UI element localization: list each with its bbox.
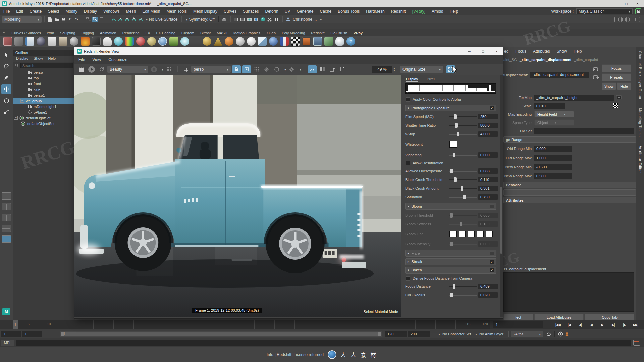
select-component-icon[interactable] [99, 17, 105, 22]
black-crush-threshold-field[interactable]: 0.110 [478, 177, 498, 182]
menu-arnold[interactable]: Arnold [432, 9, 443, 14]
shelf-tab-redshift[interactable]: Redshift [311, 31, 324, 35]
camera-dropdown[interactable]: persp ▾ [191, 66, 231, 73]
tab-pixel[interactable]: Pixel [427, 77, 435, 82]
paint-select-tool-icon[interactable] [1, 73, 11, 82]
auto-keyframe-icon[interactable] [564, 331, 570, 337]
outliner-item-persp1[interactable]: persp1 [13, 92, 75, 98]
menu-deform[interactable]: Deform [265, 9, 278, 14]
select-hierarchy-icon[interactable] [86, 17, 92, 22]
construction-history-icon[interactable] [221, 17, 227, 22]
tab-channel-box[interactable]: Channel Box / Layer Editor [638, 51, 642, 99]
command-language-button[interactable]: MEL [1, 340, 14, 346]
shelf-icon-sphere-sand[interactable] [147, 37, 156, 46]
shelf-icon-plane-gray[interactable] [14, 37, 23, 46]
saturation-field[interactable]: 0.750 [478, 194, 498, 200]
saturation-slider[interactable] [449, 195, 477, 199]
toon-shader-icon[interactable] [260, 17, 266, 22]
step-back-frame-button[interactable]: ◀| [575, 321, 585, 329]
shelf-icon-cloud[interactable] [335, 37, 344, 46]
copy-tab-button[interactable]: Copy Tab [585, 314, 634, 320]
tab-attribute-editor[interactable]: Attribute Editor [638, 146, 642, 173]
shelf-tab-rendering[interactable]: Rendering [122, 31, 140, 35]
bloom-softness-slider[interactable] [449, 222, 477, 226]
ipr-toggle-icon[interactable] [308, 65, 317, 73]
bloom-tint-swatch[interactable] [477, 231, 484, 237]
shelf-tab-sculpting[interactable]: Sculpting [60, 31, 75, 35]
scale-tool-icon[interactable] [1, 107, 11, 117]
zoom-stepper[interactable]: ▲▼ [393, 67, 395, 72]
menu-create[interactable]: Create [30, 9, 42, 14]
menu-redshift[interactable]: Redshift [391, 9, 406, 14]
tab-modeling-toolkit[interactable]: Modeling Toolkit [638, 108, 642, 137]
open-scene-icon[interactable] [54, 17, 60, 22]
compare-ab-icon[interactable] [318, 65, 327, 73]
layout-outliner-persp-button[interactable] [2, 235, 11, 243]
shelf-tab-animation[interactable]: Animation [100, 31, 116, 35]
select-button[interactable]: lect [503, 314, 533, 320]
bloom-section[interactable]: ▾ Bloom [405, 203, 496, 210]
cut-icon[interactable] [267, 17, 273, 22]
shelf-icon-sphere-dark[interactable] [37, 37, 45, 46]
shelf-icon-plane-red[interactable] [3, 37, 12, 46]
layout-two-pane-stack-button[interactable] [2, 225, 11, 232]
black-crush-threshold-slider[interactable] [449, 177, 477, 182]
film-speed-field[interactable]: 250 [478, 114, 498, 119]
maximize-icon[interactable]: □ [625, 1, 628, 6]
shelf-tab-vray[interactable]: VRay [354, 31, 363, 35]
shelf-tab-fx[interactable]: FX [146, 31, 150, 35]
bloom-tint-swatch[interactable] [459, 231, 466, 237]
menu-display[interactable]: Display [84, 9, 97, 14]
shelf-icon-checker[interactable] [291, 37, 300, 46]
ae-menu-help[interactable]: Help [574, 49, 582, 54]
shelf-tab-xgen[interactable]: XGen [266, 31, 276, 35]
shelf-tab-fx-caching[interactable]: FX Caching [156, 31, 175, 35]
presets-button[interactable]: Presets [602, 73, 631, 81]
save-scene-icon[interactable] [60, 17, 66, 22]
alpha-checkbox[interactable] [406, 97, 410, 102]
menu-mesh-tools[interactable]: Mesh Tools [167, 9, 187, 14]
outliner-item-pplane1[interactable]: pPlane1 [13, 109, 75, 115]
new-scene-icon[interactable] [47, 17, 53, 22]
bloom-intensity-field[interactable]: 0.000 [478, 241, 498, 247]
playback-end-field[interactable]: 120 [385, 331, 407, 337]
menu-curves[interactable]: Curves [224, 9, 236, 14]
crop-icon[interactable] [181, 65, 190, 73]
streak-checkbox[interactable]: ✓ [490, 260, 494, 264]
ae-menu-list-selected[interactable]: ed [504, 49, 508, 54]
lock-camera-icon[interactable] [232, 65, 241, 73]
toggle-outliner-icon[interactable] [635, 17, 640, 22]
go-to-end-button[interactable]: ▶▶| [630, 321, 641, 329]
aov-dropdown[interactable]: Beauty ▾ [107, 66, 148, 73]
shutter-slider[interactable] [449, 123, 477, 128]
workspace-lock-icon[interactable] [635, 8, 641, 14]
animation-preferences-icon[interactable] [557, 331, 564, 337]
outliner-item-rsdomelight1[interactable]: rsDomeLight1 [13, 104, 75, 109]
menu-vray[interactable]: [V-Ray] [412, 9, 425, 14]
old-range-min-field[interactable]: 0.000 [534, 146, 572, 152]
grid-icon[interactable] [165, 65, 173, 73]
shelf-icon-people[interactable] [59, 37, 67, 46]
ae-menu-show[interactable]: Show [557, 49, 567, 54]
redo-icon[interactable]: ↷ [74, 17, 80, 22]
live-surface-label[interactable]: No Live Surface [149, 17, 177, 22]
black-crush-amount-slider[interactable] [449, 186, 477, 191]
map-encoding-dropdown[interactable]: Height Field▾ [534, 111, 574, 117]
bucket-grid-icon[interactable] [252, 65, 261, 73]
film-speed-slider[interactable] [449, 114, 477, 119]
shelf-icon-snowflake[interactable] [180, 37, 189, 46]
rv-menu-file[interactable]: File [78, 57, 85, 62]
fps-dropdown[interactable]: 24 fps ▾ [511, 331, 543, 337]
shelf-icon-screen-orange[interactable] [302, 37, 311, 46]
snowflake-icon[interactable] [262, 65, 271, 73]
scale-field[interactable]: 0.010 [534, 103, 565, 109]
snap-point-icon[interactable] [124, 17, 130, 22]
move-tool-icon[interactable] [1, 84, 11, 94]
select-tool-icon[interactable] [1, 50, 11, 60]
sync-render-icon[interactable] [242, 65, 251, 73]
menu-select[interactable]: Select [48, 9, 59, 14]
outliner-item-top[interactable]: top [13, 75, 75, 81]
time-slider-ruler[interactable]: 1 5 10 115 120 [13, 320, 490, 329]
shelf-icon-sphere-gray[interactable] [70, 37, 78, 46]
bloom-tint-swatch[interactable] [468, 231, 475, 237]
